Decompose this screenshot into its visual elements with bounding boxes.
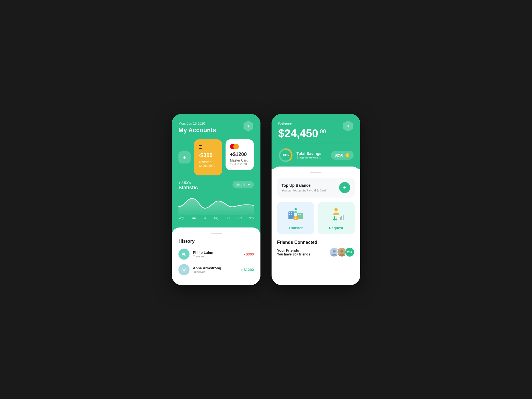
topup-add-button[interactable]: + bbox=[339, 182, 350, 193]
svg-rect-21 bbox=[341, 216, 342, 220]
balance-main: $24,450 bbox=[278, 127, 318, 139]
x-label-jul: Jul bbox=[203, 217, 206, 220]
history-name-aa: Anne Armstrong bbox=[193, 266, 237, 270]
svg-rect-20 bbox=[340, 217, 341, 220]
request-card[interactable]: Request bbox=[318, 202, 355, 234]
x-label-aug: Aug bbox=[213, 217, 218, 220]
my-accounts-title: My Accounts bbox=[178, 127, 254, 134]
mc-orange-circle bbox=[233, 144, 239, 149]
friends-count: 30+ bbox=[293, 252, 298, 256]
left-top-section: Mon, Jun 15 2020 My Accounts ▾ + ⊟ -$300… bbox=[172, 114, 260, 233]
savings-sub: Stage milestone 1 bbox=[296, 156, 328, 159]
svg-rect-5 bbox=[289, 214, 290, 215]
savings-title: Total Savings bbox=[296, 151, 328, 156]
friends-avatars: 20+ bbox=[329, 247, 355, 257]
dropdown-chevron-icon: ▾ bbox=[248, 183, 250, 187]
yellow-card[interactable]: ⊟ -$300 Transfer 12 Jun 2020 bbox=[194, 139, 222, 175]
friends-row: Your Friends You have 30+ friends bbox=[277, 247, 355, 257]
statistic-left: + 2.50% Statistic bbox=[178, 181, 198, 191]
history-info-pl: Philip Lahm Transfer bbox=[193, 250, 240, 258]
history-sub-aa: Received bbox=[193, 270, 237, 273]
drag-handle bbox=[211, 233, 222, 234]
left-phone: Mon, Jun 15 2020 My Accounts ▾ + ⊟ -$300… bbox=[172, 114, 260, 285]
history-item-aa[interactable]: AA Anne Armstrong Received + $1200 bbox=[178, 264, 254, 275]
svg-point-11 bbox=[295, 218, 296, 219]
transfer-label: Transfer bbox=[288, 226, 303, 230]
request-label: Request bbox=[329, 226, 343, 230]
balance-label: Balance bbox=[278, 122, 354, 126]
statistic-title: Statistic bbox=[178, 185, 198, 191]
transfer-icon bbox=[287, 206, 304, 223]
action-grid: Transfer bbox=[277, 202, 355, 234]
right-phone: Balance ▾ $24,450.00 40% Total Savings S… bbox=[272, 114, 360, 285]
friends-sub-suffix: friends bbox=[298, 252, 310, 256]
chart-svg bbox=[178, 193, 254, 215]
month-dropdown-button[interactable]: Month ▾ bbox=[232, 181, 254, 188]
white-card[interactable]: +$1200 Master Card 12 Jun 2020 bbox=[226, 139, 254, 170]
svg-point-24 bbox=[333, 250, 336, 253]
history-amount-aa: + $1200 bbox=[241, 268, 254, 272]
svg-rect-9 bbox=[300, 214, 301, 215]
x-label-oct: Oct bbox=[237, 217, 242, 220]
svg-point-13 bbox=[334, 208, 338, 211]
svg-rect-6 bbox=[291, 214, 292, 215]
topup-card[interactable]: Top Up Balance You can topup via Paypal … bbox=[277, 178, 355, 198]
savings-donut: 40% bbox=[278, 148, 293, 163]
date-label: Mon, Jun 15 2020 bbox=[178, 122, 254, 126]
savings-badge-amount: $250 bbox=[335, 153, 343, 157]
yellow-card-date: 12 Jun 2020 bbox=[198, 164, 218, 167]
svg-point-26 bbox=[341, 250, 344, 253]
svg-rect-22 bbox=[343, 215, 344, 220]
statistic-header: + 2.50% Statistic Month ▾ bbox=[178, 181, 254, 191]
topup-text: Top Up Balance You can topup via Paypal … bbox=[282, 183, 326, 192]
left-bottom-section: History PL Philip Lahm Transfer - $300 A… bbox=[172, 227, 260, 285]
transfer-card[interactable]: Transfer bbox=[277, 202, 314, 234]
right-bottom-section: Top Up Balance You can topup via Paypal … bbox=[272, 167, 360, 263]
mastercard-logo bbox=[230, 144, 249, 149]
chart-x-axis: May Jun Jul Aug Sep Oct Nov bbox=[178, 215, 254, 222]
cards-row: + ⊟ -$300 Transfer 12 Jun 2020 +$1200 Ma… bbox=[178, 139, 254, 175]
savings-text: Total Savings Stage milestone 1 bbox=[296, 151, 328, 159]
statistic-percent: + 2.50% bbox=[178, 181, 198, 185]
history-amount-pl: - $300 bbox=[244, 252, 254, 256]
yellow-card-label: Transfer bbox=[198, 160, 218, 164]
yellow-card-amount: -$300 bbox=[198, 152, 218, 158]
friends-section: Friends Connected Your Friends You have … bbox=[277, 240, 355, 257]
friends-sub-prefix: You have bbox=[277, 252, 293, 256]
x-label-may: May bbox=[178, 217, 184, 220]
x-label-nov: Nov bbox=[249, 217, 254, 220]
x-label-sep: Sep bbox=[226, 217, 231, 220]
svg-rect-4 bbox=[291, 212, 292, 213]
savings-badge-emoji: 😊 bbox=[345, 153, 350, 157]
right-drag-handle bbox=[310, 172, 321, 173]
history-name-pl: Philip Lahm bbox=[193, 250, 240, 255]
statistic-chart bbox=[178, 193, 254, 215]
right-top-section: Balance ▾ $24,450.00 40% Total Savings S… bbox=[272, 114, 360, 169]
white-card-amount: +$1200 bbox=[230, 152, 249, 157]
history-sub-pl: Transfer bbox=[193, 255, 240, 258]
friends-avatar-count: 20+ bbox=[345, 247, 355, 257]
donut-percent-label: 40% bbox=[278, 148, 293, 163]
friends-label: Your Friends bbox=[277, 248, 310, 252]
avatar-aa: AA bbox=[178, 264, 190, 275]
white-card-date: 12 Jun 2020 bbox=[230, 162, 249, 166]
topup-title: Top Up Balance bbox=[282, 183, 326, 188]
savings-badge: $250 😊 bbox=[331, 151, 354, 160]
request-icon bbox=[328, 206, 344, 223]
svg-rect-8 bbox=[298, 214, 299, 215]
history-info-aa: Anne Armstrong Received bbox=[193, 266, 237, 273]
balance-amount: $24,450.00 bbox=[278, 127, 354, 140]
history-title: History bbox=[178, 239, 254, 244]
svg-rect-3 bbox=[289, 212, 290, 213]
add-card-button[interactable]: + bbox=[178, 151, 191, 163]
x-label-jun: Jun bbox=[191, 217, 196, 220]
friends-left: Your Friends You have 30+ friends bbox=[277, 248, 310, 256]
white-card-label: Master Card bbox=[230, 158, 249, 162]
balance-divider bbox=[278, 143, 354, 143]
history-item-pl[interactable]: PL Philip Lahm Transfer - $300 bbox=[178, 249, 254, 260]
friends-section-title: Friends Connected bbox=[277, 240, 355, 245]
card-wallet-icon: ⊟ bbox=[198, 144, 218, 150]
month-label: Month bbox=[236, 183, 246, 187]
friends-sub: You have 30+ friends bbox=[277, 252, 310, 256]
savings-row: 40% Total Savings Stage milestone 1 $250… bbox=[278, 148, 354, 163]
